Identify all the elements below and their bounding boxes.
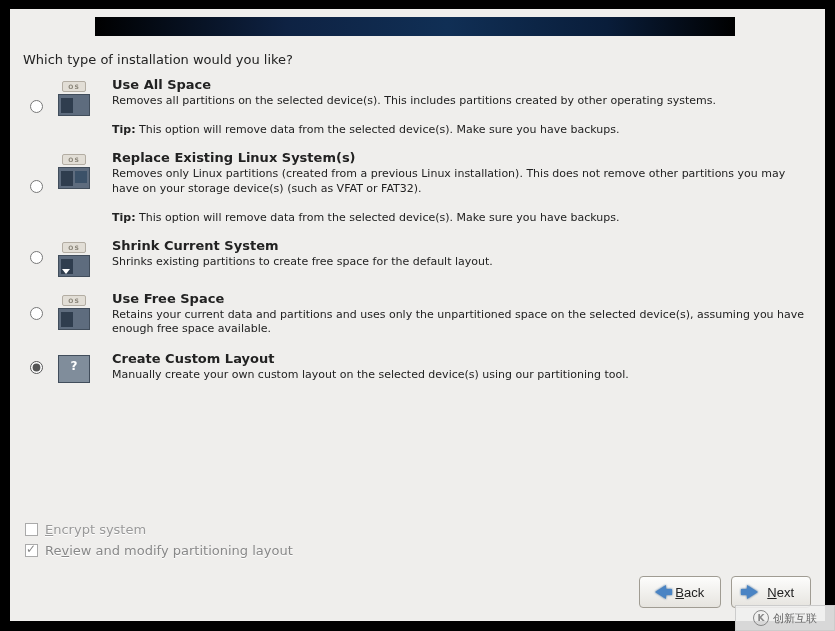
option-shrink[interactable]: OS Shrink Current System Shrinks existin… xyxy=(23,238,813,277)
header-banner xyxy=(95,17,735,36)
watermark-logo-icon: K xyxy=(753,610,769,626)
disk-icon-replace: OS xyxy=(58,154,90,189)
option-text: Shrink Current System Shrinks existing p… xyxy=(98,238,813,270)
next-button[interactable]: Next xyxy=(731,576,811,608)
installer-window: Which type of installation would you lik… xyxy=(10,9,825,621)
radio-cell xyxy=(23,251,50,264)
icon-cell: OS xyxy=(50,291,98,330)
option-replace-linux[interactable]: OS Replace Existing Linux System(s) Remo… xyxy=(23,150,813,224)
radio-cell xyxy=(23,307,50,320)
radio-custom-layout[interactable] xyxy=(30,361,43,374)
disk-icon-all: OS xyxy=(58,81,90,116)
checkbox-icon-checked xyxy=(25,544,38,557)
os-tab: OS xyxy=(62,242,86,253)
bottom-checkboxes: Encrypt system Review and modify partiti… xyxy=(25,522,293,564)
option-title: Use Free Space xyxy=(112,291,813,306)
radio-use-all-space[interactable] xyxy=(30,100,43,113)
option-tip: Tip: This option will remove data from t… xyxy=(112,123,813,136)
option-desc: Shrinks existing partitions to create fr… xyxy=(112,255,813,270)
option-title: Use All Space xyxy=(112,77,813,92)
os-tab: OS xyxy=(62,154,86,165)
option-text: Use Free Space Retains your current data… xyxy=(98,291,813,338)
option-custom-layout[interactable]: ? Create Custom Layout Manually create y… xyxy=(23,351,813,383)
os-tab: OS xyxy=(62,81,86,92)
option-tip: Tip: This option will remove data from t… xyxy=(112,211,813,224)
option-title: Create Custom Layout xyxy=(112,351,813,366)
checkbox-icon xyxy=(25,523,38,536)
option-title: Replace Existing Linux System(s) xyxy=(112,150,813,165)
option-text: Use All Space Removes all partitions on … xyxy=(98,77,813,136)
encrypt-system-checkbox[interactable]: Encrypt system xyxy=(25,522,293,537)
radio-cell xyxy=(23,180,50,193)
arrow-left-icon xyxy=(650,582,670,602)
icon-cell: OS xyxy=(50,238,98,277)
watermark: K 创新互联 xyxy=(735,605,835,631)
option-use-all-space[interactable]: OS Use All Space Removes all partitions … xyxy=(23,77,813,136)
prompt-text: Which type of installation would you lik… xyxy=(23,52,293,67)
back-button[interactable]: Back xyxy=(639,576,721,608)
arrow-right-icon xyxy=(742,582,762,602)
radio-replace-linux[interactable] xyxy=(30,180,43,193)
watermark-text: 创新互联 xyxy=(773,611,817,626)
option-desc: Removes only Linux partitions (created f… xyxy=(112,167,813,197)
icon-cell: ? xyxy=(50,351,98,383)
option-desc: Retains your current data and partitions… xyxy=(112,308,813,338)
option-text: Create Custom Layout Manually create you… xyxy=(98,351,813,383)
disk-icon-shrink: OS xyxy=(58,242,90,277)
review-layout-checkbox[interactable]: Review and modify partitioning layout xyxy=(25,543,293,558)
radio-cell xyxy=(23,361,50,374)
option-desc: Removes all partitions on the selected d… xyxy=(112,94,813,109)
os-tab: OS xyxy=(62,295,86,306)
icon-cell: OS xyxy=(50,77,98,116)
option-use-free-space[interactable]: OS Use Free Space Retains your current d… xyxy=(23,291,813,338)
disk-icon-free: OS xyxy=(58,295,90,330)
nav-buttons: Back Next xyxy=(639,576,811,608)
radio-shrink[interactable] xyxy=(30,251,43,264)
radio-cell xyxy=(23,100,50,113)
option-title: Shrink Current System xyxy=(112,238,813,253)
radio-use-free-space[interactable] xyxy=(30,307,43,320)
option-desc: Manually create your own custom layout o… xyxy=(112,368,813,383)
icon-cell: OS xyxy=(50,150,98,189)
disk-icon-custom: ? xyxy=(58,355,90,383)
option-text: Replace Existing Linux System(s) Removes… xyxy=(98,150,813,224)
install-options: OS Use All Space Removes all partitions … xyxy=(23,77,813,397)
